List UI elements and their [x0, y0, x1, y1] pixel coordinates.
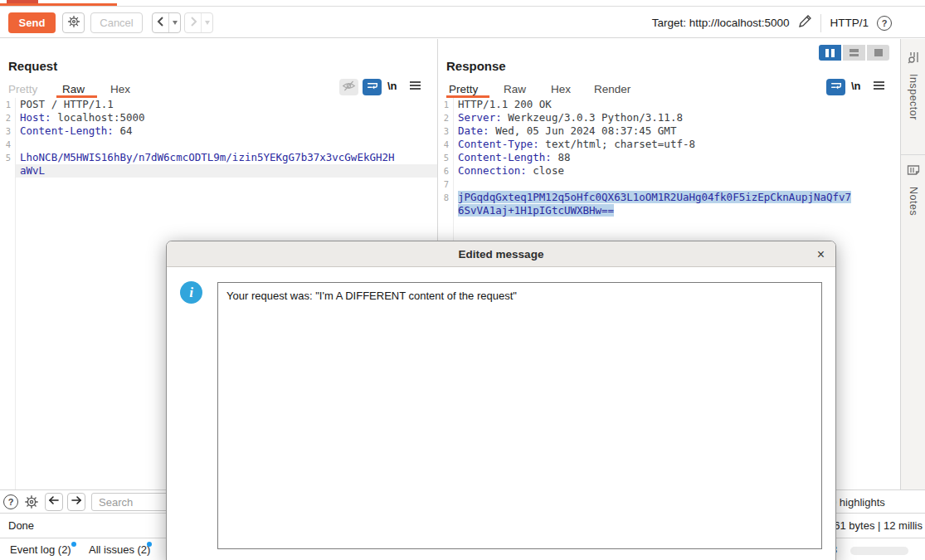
status-text: Done	[8, 519, 34, 532]
back-history-dropdown[interactable]	[169, 13, 180, 32]
send-button[interactable]: Send	[8, 12, 56, 33]
gear-icon	[66, 14, 81, 32]
word-wrap-icon	[830, 80, 843, 95]
show-newlines-button[interactable]: \n	[851, 80, 861, 92]
inspector-icon	[907, 51, 920, 74]
toolbar-right: Target: http://localhost:5000 HTTP/1 ?	[652, 7, 892, 38]
caret-down-icon	[173, 21, 178, 25]
event-log-notification-dot	[71, 542, 76, 547]
layout-toggle-group	[819, 45, 889, 61]
active-tab-underline	[0, 3, 117, 6]
help-icon[interactable]: ?	[877, 16, 892, 31]
tab-request-pretty[interactable]: Pretty	[8, 83, 37, 95]
show-newlines-button[interactable]: \n	[387, 80, 397, 92]
arrow-left-icon	[47, 494, 61, 510]
forward-button[interactable]	[185, 13, 201, 32]
back-button-group	[152, 12, 181, 33]
dialog-message-box[interactable]: Your request was: "I'm A DIFFERENT conte…	[217, 282, 822, 549]
close-icon[interactable]: ×	[817, 241, 825, 267]
all-issues-tab[interactable]: All issues (2)	[89, 543, 150, 556]
toolbar: Send Cancel	[0, 7, 925, 38]
search-prev-button[interactable]	[45, 493, 63, 511]
right-sidebar: Inspector Notes	[900, 39, 925, 514]
memory-usage-bar	[850, 547, 908, 555]
tab-request-hex[interactable]: Hex	[110, 83, 130, 95]
layout-single-button[interactable]	[867, 45, 889, 61]
sidebar-tab-inspector[interactable]: Inspector	[901, 51, 925, 120]
line-number	[438, 204, 453, 217]
editor-menu-icon[interactable]	[409, 80, 421, 94]
line-text: HTTP/1.1 200 OK	[453, 98, 900, 111]
chevron-left-icon	[155, 15, 167, 32]
notes-icon	[907, 163, 920, 187]
edit-target-icon[interactable]	[797, 14, 812, 32]
tab-response-raw[interactable]: Raw	[504, 83, 526, 95]
line-number: 7	[438, 178, 453, 191]
word-wrap-button[interactable]	[363, 79, 382, 95]
line-text: LhoNCB/M5HWIS16hBy/n7dW6cmcODTL9m/izin5Y…	[15, 151, 437, 164]
chevron-right-icon	[187, 15, 199, 32]
highlights-count: 0 highlights	[830, 496, 885, 509]
line-text: POST / HTTP/1.1	[15, 98, 437, 111]
line-text: Connection: close	[453, 164, 900, 178]
line-number: 1	[438, 98, 453, 111]
line-text: Server: Werkzeug/3.0.3 Python/3.11.8	[453, 111, 900, 124]
code-line: 4	[0, 138, 437, 151]
layout-rows-button[interactable]	[843, 45, 865, 61]
send-settings-button[interactable]	[62, 12, 85, 33]
event-log-tab[interactable]: Event log (2)	[10, 543, 71, 556]
response-metrics: 61 bytes | 12 millis	[834, 519, 923, 532]
dialog-title: Edited message	[167, 241, 835, 267]
line-text	[15, 138, 437, 151]
tab-response-hex[interactable]: Hex	[551, 83, 571, 95]
eye-off-icon	[342, 80, 356, 95]
code-line: 4Content-Type: text/html; charset=utf-8	[438, 138, 900, 151]
cancel-button[interactable]: Cancel	[90, 12, 143, 33]
line-number: 6	[438, 164, 453, 178]
response-panel-title: Response	[446, 59, 506, 73]
line-number: 3	[438, 124, 453, 138]
tab-response-render[interactable]: Render	[594, 83, 630, 95]
forward-button-group	[184, 12, 213, 33]
search-help-icon[interactable]: ?	[3, 494, 18, 509]
code-line: 1HTTP/1.1 200 OK	[438, 98, 900, 111]
sidebar-tab-label: Notes	[908, 187, 919, 216]
line-text: jPGqdqGxteq1PM12q5oHfc0QX63L1oOM1R2UaHg0…	[453, 191, 900, 204]
line-number: 4	[0, 138, 15, 151]
editor-menu-icon[interactable]	[873, 80, 885, 94]
sidebar-tab-notes[interactable]: Notes	[901, 163, 925, 216]
target-label: Target: http://localhost:5000	[652, 17, 790, 29]
tab-response-pretty[interactable]: Pretty	[449, 83, 478, 95]
code-line: 2Server: Werkzeug/3.0.3 Python/3.11.8	[438, 111, 900, 124]
layout-columns-button[interactable]	[819, 45, 841, 61]
line-text: Content-Type: text/html; charset=utf-8	[453, 138, 900, 151]
line-number: 1	[0, 98, 15, 111]
gutter-divider	[15, 98, 16, 489]
word-wrap-button[interactable]	[826, 79, 845, 95]
code-line: 1POST / HTTP/1.1	[0, 98, 437, 111]
back-button[interactable]	[153, 13, 168, 32]
line-text: Date: Wed, 05 Jun 2024 08:37:45 GMT	[453, 124, 900, 138]
code-line: 3Content-Length: 64	[0, 124, 437, 138]
line-number: 4	[438, 138, 453, 151]
arrow-right-icon	[70, 494, 83, 510]
caret-down-icon	[205, 21, 210, 25]
code-line: aWvL	[0, 164, 437, 178]
edited-message-dialog: Edited message × i Your request was: "I'…	[166, 241, 836, 560]
code-line: 6Connection: close	[438, 164, 900, 178]
code-line: 2Host: localhost:5000	[0, 111, 437, 124]
dialog-titlebar[interactable]: Edited message ×	[167, 241, 835, 267]
code-line: 5LhoNCB/M5HWIS16hBy/n7dW6cmcODTL9m/izin5…	[0, 151, 437, 164]
line-text: aWvL	[15, 164, 437, 178]
line-text	[453, 178, 900, 191]
code-line: 7	[438, 178, 900, 191]
hide-nonprintable-button[interactable]	[339, 79, 358, 95]
code-line: 8jPGqdqGxteq1PM12q5oHfc0QX63L1oOM1R2UaHg…	[438, 191, 900, 204]
forward-history-dropdown[interactable]	[202, 13, 212, 32]
search-settings-icon[interactable]	[23, 494, 40, 514]
app-window: Send Cancel	[0, 0, 925, 560]
tab-strip	[0, 0, 925, 7]
tab-request-raw[interactable]: Raw	[62, 83, 85, 95]
search-next-button[interactable]	[67, 493, 85, 511]
line-number: 5	[438, 151, 453, 164]
